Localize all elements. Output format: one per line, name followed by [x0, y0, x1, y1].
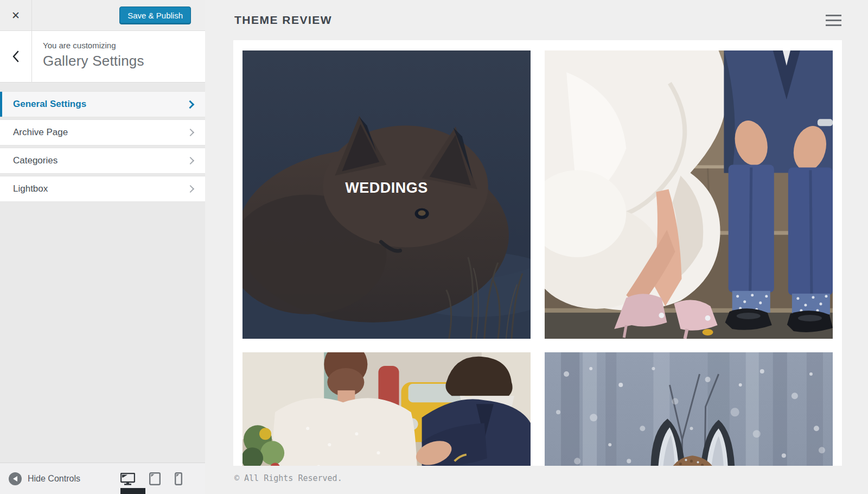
- device-preview-switcher: [120, 472, 182, 485]
- menu-item-label: Lightbox: [13, 183, 48, 194]
- chevron-right-icon: [187, 157, 194, 164]
- panel-header-text: You are customizing Gallery Settings: [32, 31, 144, 82]
- preview-mobile-button[interactable]: [175, 472, 182, 485]
- chevron-right-icon: [187, 185, 194, 193]
- menu-item-general-settings[interactable]: General Settings: [0, 91, 205, 117]
- menu-item-label: General Settings: [13, 99, 86, 110]
- gallery-tile-weddings[interactable]: WEDDINGS: [242, 50, 531, 339]
- customizer-footer-bar: Hide Controls: [0, 463, 205, 494]
- customizer-topbar: ✕ Save & Publish: [0, 0, 205, 31]
- desktop-icon: [120, 473, 135, 485]
- collapse-arrow-icon: [9, 472, 22, 485]
- menu-item-archive-page[interactable]: Archive Page: [0, 119, 205, 145]
- customizing-label: You are customizing: [43, 41, 144, 50]
- menu-item-label: Archive Page: [13, 127, 68, 138]
- sidebar-empty-area: [0, 204, 205, 463]
- close-button[interactable]: ✕: [0, 0, 32, 30]
- customizer-app: ✕ Save & Publish You are customizing Gal…: [0, 0, 868, 494]
- tooltip-partial: [120, 488, 145, 494]
- panel-title: Gallery Settings: [43, 53, 144, 69]
- menu-item-label: Categories: [13, 155, 58, 166]
- site-footer: © All Rights Reserved.: [233, 466, 868, 494]
- gallery-tile-label: WEDDINGS: [242, 180, 531, 197]
- hide-controls-label: Hide Controls: [28, 474, 80, 484]
- preview-desktop-button[interactable]: [120, 473, 135, 485]
- chevron-right-icon: [186, 100, 195, 109]
- chevron-right-icon: [187, 129, 194, 136]
- panel-header: You are customizing Gallery Settings: [0, 31, 205, 83]
- gallery-tile-winter-deer[interactable]: [545, 352, 833, 466]
- preview-tablet-button[interactable]: [149, 472, 161, 485]
- settings-menu: General Settings Archive Page Categories…: [0, 91, 205, 204]
- back-button[interactable]: [0, 31, 32, 82]
- save-publish-button[interactable]: Save & Publish: [119, 7, 191, 24]
- hide-controls-button[interactable]: Hide Controls: [9, 472, 80, 485]
- menu-item-lightbox[interactable]: Lightbox: [0, 176, 205, 202]
- menu-icon[interactable]: [826, 15, 841, 26]
- winter-deer-photo: [545, 352, 833, 466]
- site-title[interactable]: THEME REVIEW: [234, 14, 332, 27]
- mobile-icon: [175, 472, 182, 485]
- site-preview: THEME REVIEW: [205, 0, 868, 494]
- copyright-text: © All Rights Reserved.: [234, 473, 342, 483]
- bride-groom-photo: [545, 50, 833, 339]
- menu-item-categories[interactable]: Categories: [0, 148, 205, 174]
- chevron-left-icon: [12, 50, 20, 63]
- customizer-sidebar: ✕ Save & Publish You are customizing Gal…: [0, 0, 205, 494]
- close-icon: ✕: [11, 9, 20, 22]
- gallery-grid: WEDDINGS: [233, 40, 842, 466]
- tablet-icon: [149, 472, 161, 485]
- gallery-tile-couple[interactable]: [242, 352, 531, 466]
- site-header: THEME REVIEW: [233, 0, 868, 40]
- gallery-tile-bride-groom[interactable]: [545, 50, 833, 339]
- couple-photo: [242, 352, 531, 466]
